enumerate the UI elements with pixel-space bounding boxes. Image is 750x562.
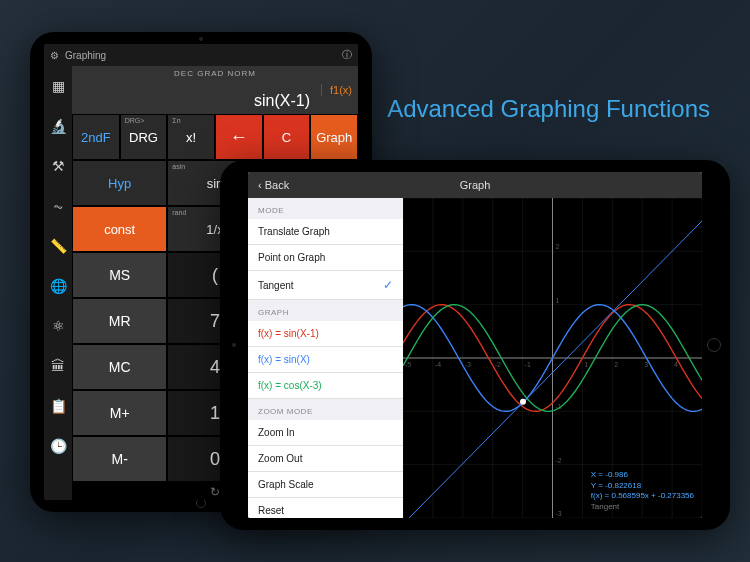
calc-title: Graphing bbox=[65, 50, 106, 61]
toolbox-icon[interactable]: ⚒ bbox=[44, 146, 72, 186]
key-2ndf[interactable]: 2ndF bbox=[73, 115, 119, 159]
svg-text:4: 4 bbox=[674, 361, 678, 368]
section-header: GRAPH bbox=[248, 300, 403, 321]
svg-text:2: 2 bbox=[555, 243, 559, 250]
row-reset[interactable]: Reset bbox=[248, 498, 403, 518]
section-header: ZOOM MODE bbox=[248, 399, 403, 420]
clock-icon[interactable]: 🕒 bbox=[44, 426, 72, 466]
atom-icon[interactable]: ⚛ bbox=[44, 306, 72, 346]
row-point-on-graph[interactable]: Point on Graph bbox=[248, 245, 403, 271]
info-icon[interactable]: ⓘ bbox=[342, 48, 352, 62]
ipad-graph: ‹ Back Graph MODETranslate GraphPoint on… bbox=[220, 160, 730, 530]
graph-canvas[interactable]: -5-4-3-2-112345-3-2-1123 X = -0.986 Y = … bbox=[403, 198, 702, 518]
row-tangent[interactable]: Tangent✓ bbox=[248, 271, 403, 300]
row-f-x----sin-x-1-[interactable]: f(x) = sin(X-1) bbox=[248, 321, 403, 347]
graph-title: Graph bbox=[460, 179, 491, 191]
camera-dot bbox=[199, 37, 203, 41]
key-mr[interactable]: MR bbox=[73, 299, 166, 343]
readout-mode: Tangent bbox=[591, 502, 694, 512]
headline: Advanced Graphing Functions bbox=[387, 95, 710, 123]
svg-point-37 bbox=[520, 399, 526, 405]
key-m[interactable]: M+ bbox=[73, 391, 166, 435]
key-mc[interactable]: MC bbox=[73, 345, 166, 389]
home-button[interactable] bbox=[707, 338, 721, 352]
svg-text:-3: -3 bbox=[555, 510, 561, 517]
svg-text:1: 1 bbox=[584, 361, 588, 368]
calculator-icon[interactable]: ▦ bbox=[44, 66, 72, 106]
check-icon: ✓ bbox=[383, 278, 393, 292]
readout-y: Y = -0.822618 bbox=[591, 481, 694, 491]
calc-sidebar: ▦🔬⚒⏦📏🌐⚛🏛📋🕒 bbox=[44, 66, 72, 500]
calc-header: ⚙ Graphing ⓘ bbox=[44, 44, 358, 66]
svg-text:1: 1 bbox=[555, 297, 559, 304]
display-expression: sin(X-1) bbox=[254, 92, 310, 110]
key-hyp[interactable]: Hyp bbox=[73, 161, 166, 205]
back-label: Back bbox=[265, 179, 289, 191]
svg-text:-1: -1 bbox=[525, 361, 531, 368]
key-drg[interactable]: DRG>DRG bbox=[121, 115, 167, 159]
display-function-label[interactable]: f1(x) bbox=[321, 84, 352, 96]
graph-navbar: ‹ Back Graph bbox=[248, 172, 702, 198]
readout-fx: f(x) = 0.568595x + -0.273356 bbox=[591, 491, 694, 501]
graph-readout: X = -0.986 Y = -0.822618 f(x) = 0.568595… bbox=[591, 470, 694, 512]
back-button[interactable]: ‹ Back bbox=[248, 179, 299, 191]
row-translate-graph[interactable]: Translate Graph bbox=[248, 219, 403, 245]
clipboard-icon[interactable]: 📋 bbox=[44, 386, 72, 426]
key-x[interactable]: Σnx! bbox=[168, 115, 214, 159]
svg-text:3: 3 bbox=[644, 361, 648, 368]
row-zoom-in[interactable]: Zoom In bbox=[248, 420, 403, 446]
readout-x: X = -0.986 bbox=[591, 470, 694, 480]
display-modes: DEC GRAD NORM bbox=[174, 69, 256, 78]
graph-icon[interactable]: ⏦ bbox=[44, 186, 72, 226]
key-c[interactable]: C bbox=[264, 115, 310, 159]
key-[interactable]: ← bbox=[216, 115, 262, 159]
key-ms[interactable]: MS bbox=[73, 253, 166, 297]
camera-dot bbox=[232, 343, 236, 347]
row-zoom-out[interactable]: Zoom Out bbox=[248, 446, 403, 472]
svg-text:2: 2 bbox=[614, 361, 618, 368]
globe-icon[interactable]: 🌐 bbox=[44, 266, 72, 306]
key-const[interactable]: const bbox=[73, 207, 166, 251]
row-f-x----sin-x-[interactable]: f(x) = sin(X) bbox=[248, 347, 403, 373]
row-f-x----cos-x-3-[interactable]: f(x) = cos(X-3) bbox=[248, 373, 403, 399]
key-m[interactable]: M- bbox=[73, 437, 166, 481]
svg-text:-3: -3 bbox=[465, 361, 471, 368]
svg-text:-5: -5 bbox=[405, 361, 411, 368]
ruler-icon[interactable]: 📏 bbox=[44, 226, 72, 266]
bank-icon[interactable]: 🏛 bbox=[44, 346, 72, 386]
key-graph[interactable]: Graph bbox=[311, 115, 357, 159]
svg-text:-2: -2 bbox=[495, 361, 501, 368]
svg-text:-2: -2 bbox=[555, 457, 561, 464]
chevron-left-icon: ‹ bbox=[258, 179, 262, 191]
row-graph-scale[interactable]: Graph Scale bbox=[248, 472, 403, 498]
graph-sidebar: MODETranslate GraphPoint on GraphTangent… bbox=[248, 198, 403, 518]
svg-text:-4: -4 bbox=[435, 361, 441, 368]
gear-icon[interactable]: ⚙ bbox=[50, 50, 59, 61]
section-header: MODE bbox=[248, 198, 403, 219]
microscope-icon[interactable]: 🔬 bbox=[44, 106, 72, 146]
calc-display: DEC GRAD NORM sin(X-1) f1(x) bbox=[72, 66, 358, 114]
